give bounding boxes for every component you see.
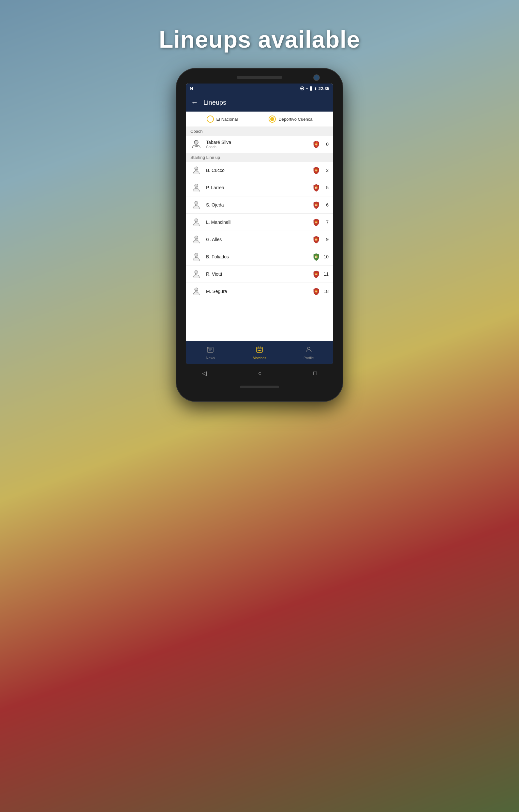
player-row-6[interactable]: R. Viotti DC 11 (186, 266, 333, 283)
team-badge-2: DC (312, 201, 320, 209)
svg-point-46 (258, 350, 259, 351)
phone-device: N ▾ ▊ ▮ 22:35 ← Lineups El Nacio (176, 68, 343, 401)
player-row-5[interactable]: B. Foliados DC 10 (186, 248, 333, 266)
svg-point-26 (195, 256, 197, 258)
team-name-el-nacional: El Nacional (216, 117, 238, 122)
app-bar: ← Lineups (186, 93, 333, 112)
player-number-0: 2 (323, 168, 329, 173)
team-radio-el-nacional[interactable] (207, 115, 214, 123)
svg-text:DC: DC (315, 256, 317, 258)
nav-label-matches: Matches (253, 356, 266, 360)
player-row-2[interactable]: S. Ojeda DC 6 (186, 196, 333, 214)
player-avatar-0 (190, 165, 202, 176)
coach-number: 0 (323, 142, 329, 147)
phone-bottom-pill (240, 386, 279, 388)
team-selector: El Nacional Deportivo Cuenca (186, 112, 333, 127)
player-info-4: G. Alles (206, 237, 308, 242)
android-recents-button[interactable]: □ (313, 370, 317, 377)
player-row-1[interactable]: P. Larrea DC 5 (186, 179, 333, 196)
phone-body: N ▾ ▊ ▮ 22:35 ← Lineups El Nacio (176, 68, 343, 401)
player-row-0[interactable]: B. Cucco DC 2 (186, 162, 333, 179)
player-name-2: S. Ojeda (206, 202, 308, 207)
player-info-5: B. Foliados (206, 254, 308, 259)
team-badge-6: DC (312, 270, 320, 278)
player-avatar-coach (190, 138, 202, 150)
svg-text:DC: DC (315, 144, 317, 145)
player-row-7[interactable]: M. Segura DC 18 (186, 283, 333, 300)
player-row-4[interactable]: G. Alles DC 9 (186, 231, 333, 248)
svg-text:DC: DC (315, 239, 317, 241)
app-bar-title: Lineups (204, 99, 226, 106)
player-name-1: P. Larrea (206, 185, 308, 190)
player-right-6: DC 11 (312, 270, 329, 278)
android-back-button[interactable]: ◁ (202, 370, 207, 377)
svg-text:DC: DC (315, 187, 317, 189)
player-name-3: L. Mancinelli (206, 220, 308, 225)
player-right-0: DC 2 (312, 166, 329, 174)
player-info-7: M. Segura (206, 289, 308, 294)
player-right-coach: DC 0 (312, 140, 329, 148)
page-header-title: Lineups available (0, 26, 519, 53)
player-right-7: DC 18 (312, 287, 329, 295)
svg-point-6 (195, 169, 197, 171)
player-right-5: DC 10 (312, 253, 329, 261)
phone-camera (313, 75, 320, 81)
status-left: N (190, 86, 193, 91)
battery-icon: ▮ (314, 86, 316, 91)
player-right-4: DC 9 (312, 236, 329, 243)
player-info-6: R. Viotti (206, 271, 308, 277)
phone-screen: N ▾ ▊ ▮ 22:35 ← Lineups El Nacio (186, 84, 333, 364)
android-home-button[interactable]: ○ (258, 370, 262, 377)
svg-text:DC: DC (315, 222, 317, 224)
signal-icon: ▊ (310, 86, 313, 91)
svg-text:DC: DC (315, 273, 317, 276)
status-right: ▾ ▊ ▮ 22:35 (300, 86, 329, 91)
player-avatar-3 (190, 216, 202, 228)
team-badge-7: DC (312, 287, 320, 295)
player-number-5: 10 (323, 254, 329, 259)
nav-item-matches[interactable]: Matches (235, 346, 284, 360)
player-number-2: 6 (323, 202, 329, 207)
player-info-coach: Tabaré Silva Coach (206, 140, 308, 149)
android-nav-bar: ◁ ○ □ (176, 364, 343, 382)
team-badge-3: DC (312, 218, 320, 226)
wifi-icon: ▾ (306, 86, 308, 91)
team-badge-5: DC (312, 253, 320, 261)
svg-point-10 (195, 186, 197, 188)
back-button[interactable]: ← (191, 98, 198, 107)
player-info-1: P. Larrea (206, 185, 308, 190)
team-badge-0: DC (312, 166, 320, 174)
status-bar: N ▾ ▊ ▮ 22:35 (186, 84, 333, 93)
svg-point-30 (195, 273, 197, 275)
team-badge-4: DC (312, 236, 320, 243)
svg-rect-42 (256, 347, 263, 352)
player-avatar-7 (190, 286, 202, 297)
player-name-5: B. Foliados (206, 254, 308, 259)
player-right-3: DC 7 (312, 218, 329, 226)
profile-icon (305, 346, 313, 355)
player-info-2: S. Ojeda (206, 202, 308, 207)
team-item-el-nacional[interactable]: El Nacional (207, 115, 238, 123)
player-number-7: 18 (323, 289, 329, 294)
team-name-deportivo-cuenca: Deportivo Cuenca (278, 117, 312, 122)
player-row-3[interactable]: L. Mancinelli DC 7 (186, 214, 333, 231)
team-badge-coach: DC (312, 140, 320, 148)
player-name-4: G. Alles (206, 237, 308, 242)
team-item-deportivo-cuenca[interactable]: Deportivo Cuenca (269, 115, 312, 123)
coach-name: Tabaré Silva (206, 140, 308, 145)
nav-item-profile[interactable]: Profile (284, 346, 333, 360)
player-row-coach[interactable]: Tabaré Silva Coach DC 0 (186, 136, 333, 153)
section-header-coach: Coach (186, 127, 333, 136)
svg-point-48 (261, 350, 262, 351)
player-name-6: R. Viotti (206, 271, 308, 277)
bottom-nav: News Matches (186, 341, 333, 364)
player-right-1: DC 5 (312, 184, 329, 192)
svg-text:DC: DC (315, 291, 317, 293)
content-area: Coach Tabaré Silva Coach (186, 127, 333, 341)
player-avatar-2 (190, 199, 202, 211)
team-radio-deportivo-cuenca[interactable] (269, 115, 276, 123)
status-time: 22:35 (318, 86, 329, 91)
player-name-0: B. Cucco (206, 168, 308, 173)
nav-item-news[interactable]: News (186, 346, 235, 360)
player-avatar-6 (190, 268, 202, 280)
